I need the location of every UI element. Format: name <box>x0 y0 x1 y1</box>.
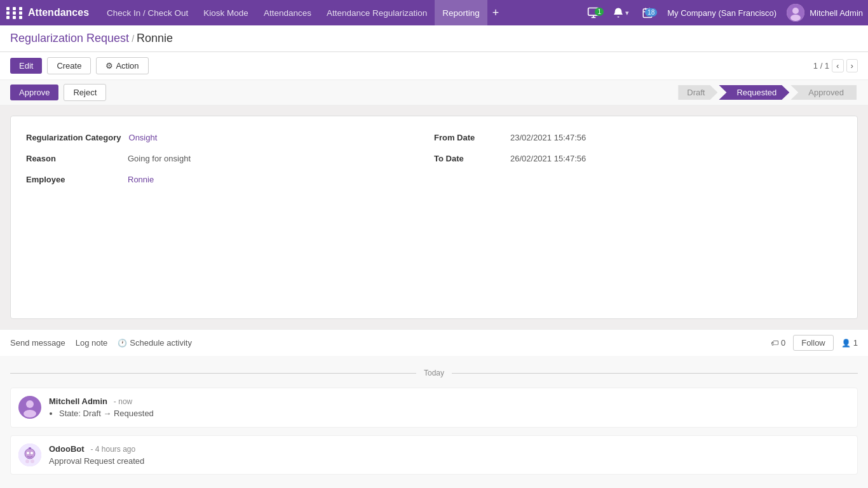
navbar-add-icon[interactable]: + <box>487 6 505 20</box>
svg-point-18 <box>25 459 29 463</box>
status-step-draft[interactable]: Draft <box>678 85 717 100</box>
from-date-label: From Date <box>434 132 510 142</box>
apps-menu-icon[interactable] <box>5 3 25 23</box>
status-steps: Draft Requested Approved <box>678 85 858 100</box>
form-row-3: Employee Ronnie <box>26 173 842 184</box>
navbar-item-regularization[interactable]: Attendance Regularization <box>319 0 435 25</box>
navbar-item-attendances[interactable]: Attendances <box>256 0 319 25</box>
main-content: Regularization Category Onsight From Dat… <box>0 105 868 329</box>
svg-point-16 <box>31 452 33 454</box>
svg-point-8 <box>792 8 799 14</box>
from-date-value: 23/02/2021 15:47:56 <box>510 132 586 142</box>
follower-badge[interactable]: 1 <box>841 338 858 348</box>
category-value[interactable]: Onsight <box>129 132 158 142</box>
edit-button[interactable]: Edit <box>10 58 42 74</box>
message-time-odoobot: - 4 hours ago <box>90 445 135 454</box>
navbar-item-checkin[interactable]: Check In / Check Out <box>99 0 196 25</box>
app-brand: Attendances <box>28 7 89 18</box>
message-body-odoobot: Approval Request created <box>49 456 850 466</box>
message-time: - now <box>114 397 132 406</box>
employee-label: Employee <box>26 173 128 184</box>
create-button[interactable]: Create <box>47 57 91 74</box>
action-label: Action <box>116 61 139 71</box>
navbar: Attendances Check In / Check Out Kiosk M… <box>0 0 868 25</box>
schedule-activity-button[interactable]: Schedule activity <box>118 338 192 348</box>
tag-icon <box>771 338 778 348</box>
chatter-bar: Send message Log note Schedule activity … <box>0 329 868 356</box>
chatter-right: 0 Follow 1 <box>771 335 858 351</box>
screen-icon[interactable]: 1 <box>583 6 604 19</box>
clock-icon <box>118 338 127 348</box>
follow-button[interactable]: Follow <box>793 335 834 351</box>
calendar-badge: 18 <box>645 8 657 17</box>
toolbar: Edit Create Action 1 / 1 ‹ › <box>0 52 868 80</box>
send-message-button[interactable]: Send message <box>10 338 65 348</box>
svg-point-11 <box>26 400 34 408</box>
form-card: Regularization Category Onsight From Dat… <box>10 116 858 319</box>
message-author-odoobot: OdooBot <box>49 444 85 454</box>
navbar-item-kiosk[interactable]: Kiosk Mode <box>196 0 256 25</box>
follower-count: 1 <box>853 338 858 348</box>
calendar-icon[interactable]: 18 <box>638 7 657 18</box>
svg-point-12 <box>24 410 36 417</box>
svg-point-9 <box>790 15 801 21</box>
timeline-message: OdooBot - 4 hours ago Approval Request c… <box>10 435 858 475</box>
form-group-employee: Employee Ronnie <box>26 173 434 184</box>
people-icon <box>841 338 851 348</box>
form-group-reason: Reason Going for onsight <box>26 152 434 163</box>
avatar-mitchell <box>18 396 41 419</box>
pager-prev-button[interactable]: ‹ <box>832 59 843 72</box>
notification-icon[interactable]: ▾ <box>609 7 633 18</box>
avatar[interactable] <box>787 4 804 22</box>
company-name: My Company (San Francisco) <box>667 8 776 18</box>
screen-badge: 1 <box>595 8 604 16</box>
navbar-item-reporting[interactable]: Reporting <box>435 0 487 25</box>
timeline-message: Mitchell Admin - now State: Draft → Requ… <box>10 388 858 428</box>
message-author: Mitchell Admin <box>49 396 107 406</box>
reason-label: Reason <box>26 152 128 163</box>
to-date-value: 26/02/2021 15:47:56 <box>510 152 586 163</box>
status-step-approved[interactable]: Approved <box>790 85 857 100</box>
log-note-button[interactable]: Log note <box>76 338 108 348</box>
employee-value[interactable]: Ronnie <box>128 173 154 184</box>
breadcrumb-parent[interactable]: Regularization Request <box>10 32 129 45</box>
message-content-odoobot: OdooBot - 4 hours ago Approval Request c… <box>49 444 850 466</box>
reject-button[interactable]: Reject <box>64 84 106 101</box>
navbar-menu: Check In / Check Out Kiosk Mode Attendan… <box>99 0 583 25</box>
category-label: Regularization Category <box>26 132 129 142</box>
breadcrumb-separator: / <box>132 34 134 44</box>
svg-point-15 <box>27 452 29 454</box>
breadcrumb-current: Ronnie <box>137 32 173 45</box>
form-row-1: Regularization Category Onsight From Dat… <box>26 132 842 142</box>
username: Mitchell Admin <box>810 8 863 18</box>
reason-value: Going for onsight <box>128 152 191 163</box>
gear-icon <box>105 61 113 71</box>
pager-text: 1 / 1 <box>813 61 829 71</box>
pager-next-button[interactable]: › <box>846 59 858 72</box>
form-group-category: Regularization Category Onsight <box>26 132 434 142</box>
navbar-right: 1 ▾ 18 My Company (San Francisco) Mitche… <box>583 4 863 22</box>
tag-count: 0 <box>781 338 785 348</box>
timeline-date-label: Today <box>416 369 452 377</box>
form-row-2: Reason Going for onsight To Date 26/02/2… <box>26 152 842 163</box>
message-body: State: Draft → Requested <box>49 409 850 418</box>
message-content-mitchell: Mitchell Admin - now State: Draft → Requ… <box>49 396 850 419</box>
avatar-odoobot <box>18 444 41 466</box>
status-bar: Approve Reject Draft Requested Approved <box>0 80 868 105</box>
approve-button[interactable]: Approve <box>10 85 58 100</box>
to-date-label: To Date <box>434 152 510 163</box>
timeline-date-divider: Today <box>10 369 858 377</box>
svg-point-19 <box>31 459 34 463</box>
status-step-requested[interactable]: Requested <box>719 85 789 100</box>
breadcrumb: Regularization Request / Ronnie <box>0 25 868 52</box>
timeline: Today Mitchell Admin - now State: Draft … <box>0 356 868 488</box>
action-button[interactable]: Action <box>96 57 148 74</box>
pager: 1 / 1 ‹ › <box>813 59 858 72</box>
tag-badge[interactable]: 0 <box>771 338 785 348</box>
svg-rect-17 <box>29 447 31 449</box>
